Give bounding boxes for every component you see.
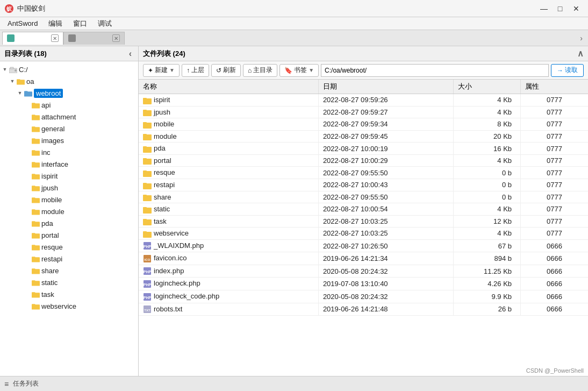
home-icon: ⌂	[248, 67, 252, 74]
home-button[interactable]: ⌂ 主目录	[243, 64, 277, 77]
tree-toggle-oa[interactable]: ▼	[9, 79, 16, 84]
svg-rect-58	[143, 170, 147, 172]
table-row[interactable]: webservice2022-08-27 10:03:254 Kb0777	[139, 228, 588, 240]
refresh-button[interactable]: ↺ 刷新	[211, 64, 241, 77]
table-row[interactable]: portal2022-08-27 10:00:294 Kb0777	[139, 154, 588, 167]
titlebar-left: 蚁 中国蚁剑	[4, 4, 45, 13]
table-row[interactable]: ICOfavicon.ico2019-06-26 14:21:34894 b06…	[139, 252, 588, 265]
tree-node-share[interactable]: share	[0, 265, 138, 276]
svg-rect-50	[143, 122, 147, 124]
tree-node-pda[interactable]: pda	[0, 217, 138, 229]
tree-folder-icon-general	[31, 125, 40, 132]
svg-rect-52	[143, 134, 147, 136]
table-row[interactable]: ispirit2022-08-27 09:59:264 Kb0777	[139, 94, 588, 106]
menu-item-编辑[interactable]: 编辑	[43, 17, 68, 30]
minimize-button[interactable]: —	[536, 3, 551, 15]
tree-folder-icon-webroot	[24, 89, 32, 97]
file-date-cell: 2022-08-27 09:59:34	[318, 118, 453, 131]
right-panel-collapse[interactable]: ∧	[577, 48, 584, 59]
file-date-cell: 2020-05-08 20:24:32	[318, 265, 453, 278]
tree-label-oa: oa	[26, 77, 34, 86]
tab-close-1[interactable]: ✕	[51, 34, 59, 42]
tree-folder-icon-restapi	[31, 255, 40, 262]
file-name-cell: PHPlogincheck.php	[139, 278, 318, 290]
read-label: 读取	[565, 66, 578, 75]
tab-1[interactable]: ✕	[2, 32, 63, 45]
file-date-cell: 2019-06-26 14:21:48	[318, 303, 453, 316]
tree-label-static: static	[41, 279, 58, 287]
tree-node-webroot[interactable]: ▼ webroot	[0, 87, 138, 99]
file-size-cell: 4 Kb	[453, 106, 520, 118]
file-size-cell: 4 Kb	[453, 228, 520, 240]
up-button[interactable]: ↑ 上层	[182, 64, 209, 77]
tree-node-portal[interactable]: portal	[0, 229, 138, 241]
table-row[interactable]: task2022-08-27 10:03:2512 Kb0777	[139, 215, 588, 228]
menu-item-调试[interactable]: 调试	[92, 17, 117, 30]
table-row[interactable]: share2022-08-27 09:55:500 b0777	[139, 191, 588, 203]
tree-folder-icon-ispirit	[31, 172, 40, 180]
table-row[interactable]: module2022-08-27 09:59:4520 Kb0777	[139, 130, 588, 143]
menu-item-窗口[interactable]: 窗口	[68, 17, 92, 30]
file-name-cell: mobile	[139, 118, 318, 131]
tree-folder-icon-api	[31, 101, 40, 109]
table-row[interactable]: PHPindex.php2020-05-08 20:24:3211.25 Kb0…	[139, 265, 588, 278]
tree-node-C:/[interactable]: ▼C:/	[0, 63, 138, 75]
file-attr-cell: 0666	[521, 265, 588, 278]
tree-node-mobile[interactable]: mobile	[0, 194, 138, 205]
close-button[interactable]: ✕	[569, 3, 584, 15]
tree-node-interface[interactable]: interface	[0, 158, 138, 170]
bookmark-button[interactable]: 🔖 书签 ▼	[279, 64, 319, 77]
svg-rect-30	[32, 221, 35, 223]
table-row[interactable]: PHPlogincheck.php2019-07-08 13:10:404.26…	[139, 278, 588, 290]
tree-label-task: task	[41, 290, 54, 298]
table-row[interactable]: jpush2022-08-27 09:59:274 Kb0777	[139, 106, 588, 118]
tree-node-attachment[interactable]: attachment	[0, 111, 138, 123]
table-row[interactable]: restapi2022-08-27 10:00:430 b0777	[139, 179, 588, 191]
file-attr-cell: 0777	[521, 154, 588, 167]
read-button[interactable]: → 读取	[551, 64, 584, 77]
tree-node-task[interactable]: task	[0, 288, 138, 300]
svg-rect-34	[32, 245, 35, 246]
table-row[interactable]: static2022-08-27 10:00:544 Kb0777	[139, 203, 588, 216]
table-header-row: 名称 日期 大小 属性	[139, 80, 588, 94]
svg-rect-18	[32, 150, 35, 152]
tree-node-webservice[interactable]: webservice	[0, 300, 138, 312]
tab-close-2[interactable]: ✕	[112, 34, 120, 42]
table-row[interactable]: PHPlogincheck_code.php2020-05-08 20:24:3…	[139, 290, 588, 303]
path-input[interactable]	[321, 64, 549, 77]
table-row[interactable]: mobile2022-08-27 09:59:348 Kb0777	[139, 118, 588, 131]
tree-node-images[interactable]: images	[0, 134, 138, 146]
tree-node-resque[interactable]: resque	[0, 241, 138, 253]
left-panel-collapse[interactable]: ‹	[127, 49, 134, 59]
tab-2[interactable]: ✕	[63, 32, 125, 45]
table-row[interactable]: pda2022-08-27 10:00:1916 Kb0777	[139, 143, 588, 155]
right-panel-title: 文件列表 (24)	[143, 49, 185, 59]
table-row[interactable]: TXTrobots.txt2019-06-26 14:21:4826 b0666	[139, 303, 588, 316]
tree-node-oa[interactable]: ▼ oa	[0, 75, 138, 87]
tree-folder-icon-webservice	[31, 302, 40, 310]
new-button[interactable]: ✦ 新建 ▼	[143, 64, 180, 77]
tabbar-arrow[interactable]: ›	[577, 34, 586, 42]
tree-node-static[interactable]: static	[0, 276, 138, 288]
table-row[interactable]: resque2022-08-27 09:55:500 b0777	[139, 167, 588, 179]
maximize-button[interactable]: □	[553, 3, 568, 15]
tree-toggle-C:/[interactable]: ▼	[1, 67, 9, 72]
file-date-cell: 2022-08-27 10:03:25	[318, 228, 453, 240]
file-name-cell: jpush	[139, 106, 318, 118]
file-size-cell: 894 b	[453, 252, 520, 265]
file-size-cell: 4 Kb	[453, 94, 520, 106]
tree-node-ispirit[interactable]: ispirit	[0, 170, 138, 182]
tree-folder-icon-jpush	[31, 184, 40, 191]
tree-node-api[interactable]: api	[0, 99, 138, 111]
tree-node-general[interactable]: general	[0, 123, 138, 134]
tree-node-module[interactable]: module	[0, 205, 138, 217]
tree-node-jpush[interactable]: jpush	[0, 182, 138, 194]
file-table: 名称 日期 大小 属性 ispirit2022-08-27 09:59:264 …	[139, 80, 588, 376]
tree-node-restapi[interactable]: restapi	[0, 253, 138, 265]
tree-node-inc[interactable]: inc	[0, 146, 138, 158]
main-area: 目录列表 (18) ‹ ▼C:/▼ oa▼ webroot api attach…	[0, 46, 588, 376]
tree-toggle-webroot[interactable]: ▼	[16, 90, 24, 96]
table-row[interactable]: PHP_WLAIXDM.php2022-08-27 10:26:5067 b06…	[139, 239, 588, 252]
menu-item-AntSword[interactable]: AntSword	[2, 17, 43, 30]
tree-folder-icon-pda	[31, 219, 40, 227]
